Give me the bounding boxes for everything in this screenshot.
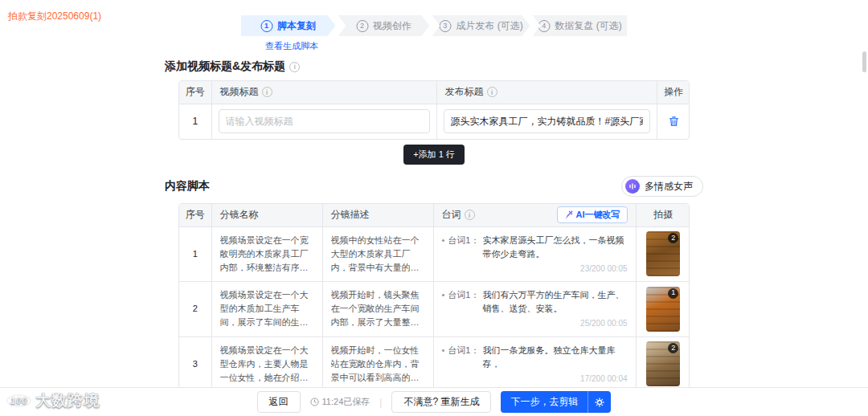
shot-desc-text: 视频开始时，一位女性站在宽敞的仓库内，背景中可以看到高高的天花板和摆列整齐的木制… bbox=[331, 344, 425, 385]
step-label: 成片发布 (可选) bbox=[456, 19, 522, 33]
voice-select-label: 多情感女声 bbox=[645, 180, 693, 194]
voice-icon bbox=[625, 179, 640, 194]
watermark-text: 大数跨境 bbox=[35, 390, 100, 411]
shot-name-text: 视频场景设定在一个宽敞明亮的木质家具工厂内部，环境整洁有序，光线充足。女性作为主… bbox=[220, 234, 314, 275]
shot-name-cell[interactable]: 视频场景设定在一个宽敞明亮的木质家具工厂内部，环境整洁有序，光线充足。女性作为主… bbox=[211, 226, 322, 282]
shot-name-cell[interactable]: 视频场景设定在一个大型的木质加工生产车间，展示了车间的生产环境、设备和布局。视频… bbox=[211, 282, 322, 337]
regenerate-button[interactable]: 不满意? 重新生成 bbox=[391, 391, 491, 413]
delete-row-button[interactable] bbox=[665, 112, 682, 130]
char-counter: 25/200 00:05 bbox=[442, 317, 628, 330]
info-icon[interactable]: i bbox=[465, 210, 475, 220]
step-label: 视频创作 bbox=[373, 19, 411, 33]
script-section-heading-text: 内容脚本 bbox=[165, 179, 210, 194]
stepper: 1 脚本复刻 2 视频创作 3 成片发布 (可选) 4 数据复盘 (可选) bbox=[241, 15, 628, 36]
publish-title-input[interactable] bbox=[444, 109, 650, 133]
bullet: • bbox=[442, 234, 445, 261]
row-index: 1 bbox=[179, 104, 211, 139]
col-header-index: 序号 bbox=[179, 204, 211, 226]
line-text: 我们有六万平方的生产车间，生产、销售、送货、安装。 bbox=[482, 288, 627, 316]
col-header-action: 操作 bbox=[657, 81, 690, 104]
shot-thumbnail[interactable]: 1 bbox=[646, 287, 680, 332]
autosave-status: 11:24已保存 bbox=[310, 396, 371, 408]
col-header-index: 序号 bbox=[179, 81, 211, 104]
step-publish[interactable]: 3 成片发布 (可选) bbox=[432, 15, 530, 36]
row-index: 2 bbox=[179, 282, 211, 337]
trash-icon bbox=[669, 116, 679, 127]
shot-thumbnail[interactable]: 2 bbox=[646, 231, 680, 276]
row-index: 3 bbox=[179, 336, 211, 387]
col-header-publish-title: 发布标题i bbox=[436, 81, 657, 104]
title-table-header-row: 序号 视频标题i 发布标题i 操作 bbox=[179, 81, 690, 104]
step-number: 1 bbox=[260, 20, 272, 32]
title-section-heading-text: 添加视频标题&发布标题 bbox=[165, 59, 285, 74]
main-content: 添加视频标题&发布标题 i 序号 视频标题i 发布标题i 操作 1 bbox=[0, 50, 868, 387]
step-label: 脚本复刻 bbox=[277, 19, 316, 33]
clock-icon bbox=[310, 398, 319, 406]
line-text: 我们一条龙服务。独立仓库大量库存， bbox=[482, 344, 627, 371]
info-icon[interactable]: i bbox=[487, 87, 497, 97]
shot-count-badge: 2 bbox=[668, 343, 678, 353]
shot-desc-text: 视频中的女性站在一个大型的木质家具工厂内，背景中有大量的木材堆叠和一些工业设备。… bbox=[331, 234, 425, 275]
next-step-label: 下一步，去剪辑 bbox=[501, 391, 588, 413]
lines-cell[interactable]: • 台词1： 我们一条龙服务。独立仓库大量库存， 17/200 00:04 bbox=[433, 336, 636, 387]
step-video-create[interactable]: 2 视频创作 bbox=[338, 15, 430, 36]
bullet: • bbox=[442, 288, 445, 316]
char-counter: 17/200 00:04 bbox=[442, 373, 628, 385]
script-section-heading: 内容脚本 bbox=[165, 179, 210, 194]
info-icon[interactable]: i bbox=[289, 62, 300, 72]
video-title-input[interactable] bbox=[219, 109, 430, 133]
shot-desc-cell[interactable]: 视频中的女性站在一个大型的木质家具工厂内，背景中有大量的木材堆叠和一些工业设备。… bbox=[322, 226, 433, 282]
col-header-shoot: 拍摄 bbox=[636, 204, 690, 226]
magic-wand-icon bbox=[564, 210, 573, 219]
lines-cell[interactable]: • 台词1： 我们有六万平方的生产车间，生产、销售、送货、安装。 25/200 … bbox=[433, 282, 636, 337]
back-button[interactable]: 返回 bbox=[257, 391, 301, 413]
watermark-logo: 100 bbox=[6, 394, 31, 407]
col-header-video-title-text: 视频标题 bbox=[220, 85, 259, 99]
step-script-replicate[interactable]: 1 脚本复刻 bbox=[241, 15, 336, 36]
scrollbar-thumb[interactable] bbox=[862, 51, 866, 72]
script-row-1: 1 视频场景设定在一个宽敞明亮的木质家具工厂内部，环境整洁有序，光线充足。女性作… bbox=[179, 226, 690, 282]
title-table-row: 1 bbox=[179, 104, 690, 139]
col-header-lines-text: 台词 bbox=[442, 208, 461, 222]
footer-divider: | bbox=[379, 397, 382, 408]
info-icon[interactable]: i bbox=[262, 87, 272, 97]
step-number: 3 bbox=[439, 20, 451, 32]
step-data-review[interactable]: 4 数据复盘 (可选) bbox=[533, 15, 628, 36]
settings-segment[interactable] bbox=[588, 391, 611, 413]
watermark: 100 大数跨境 bbox=[6, 390, 100, 411]
footer-bar: 返回 11:24已保存 | 不满意? 重新生成 下一步，去剪辑 bbox=[0, 387, 868, 416]
voice-select-button[interactable]: 多情感女声 bbox=[621, 176, 703, 197]
shot-count-badge: 2 bbox=[668, 233, 678, 243]
col-header-shot-desc: 分镜描述 bbox=[322, 204, 433, 226]
line-label: 台词1： bbox=[448, 234, 479, 261]
step-number: 4 bbox=[538, 20, 550, 32]
document-title: 拍款复刻20250609(1) bbox=[8, 10, 101, 23]
shot-desc-cell[interactable]: 视频开始时，镜头聚焦在一个宽敞的生产车间内部，展示了大量整齐堆放的木材和木板，显… bbox=[322, 282, 433, 337]
script-table-header-row: 序号 分镜名称 分镜描述 台词i AI一键改写 拍摄 bbox=[179, 204, 690, 226]
step-number: 2 bbox=[356, 20, 368, 32]
gear-icon bbox=[595, 398, 604, 407]
add-row-button[interactable]: +添加 1 行 bbox=[403, 145, 465, 165]
bullet: • bbox=[442, 344, 445, 371]
script-row-3: 3 视频场景设定在一个大型仓库内，主要人物是一位女性，她在介绍与展示仓库及其服务… bbox=[179, 336, 690, 387]
line-label: 台词1： bbox=[448, 288, 479, 316]
ai-rewrite-button[interactable]: AI一键改写 bbox=[557, 206, 628, 223]
shot-thumbnail[interactable]: 2 bbox=[646, 341, 680, 386]
line-label: 台词1： bbox=[448, 344, 479, 371]
shot-name-text: 视频场景设定在一个大型的木质加工生产车间，展示了车间的生产环境、设备和布局。视频… bbox=[220, 288, 314, 329]
next-step-button[interactable]: 下一步，去剪辑 bbox=[501, 391, 611, 413]
script-row-2: 2 视频场景设定在一个大型的木质加工生产车间，展示了车间的生产环境、设备和布局。… bbox=[179, 282, 690, 337]
shot-name-cell[interactable]: 视频场景设定在一个大型仓库内，主要人物是一位女性，她在介绍与展示仓库及其服务内容… bbox=[211, 336, 322, 387]
col-header-publish-title-text: 发布标题 bbox=[445, 85, 484, 99]
line-text: 实木家居源头工厂怎么找，一条视频带你少走弯路。 bbox=[482, 234, 627, 261]
top-bar: 拍款复刻20250609(1) 1 脚本复刻 2 视频创作 3 成片发布 (可选… bbox=[0, 0, 868, 50]
col-header-shot-name: 分镜名称 bbox=[211, 204, 322, 226]
title-table: 序号 视频标题i 发布标题i 操作 1 bbox=[178, 80, 690, 140]
char-counter: 23/200 00:05 bbox=[442, 263, 628, 275]
lines-cell[interactable]: • 台词1： 实木家居源头工厂怎么找，一条视频带你少走弯路。 23/200 00… bbox=[433, 226, 636, 282]
shot-desc-text: 视频开始时，镜头聚焦在一个宽敞的生产车间内部，展示了大量整齐堆放的木材和木板，显… bbox=[331, 288, 425, 329]
col-header-video-title: 视频标题i bbox=[211, 81, 436, 104]
autosave-text: 11:24已保存 bbox=[322, 396, 371, 408]
shot-desc-cell[interactable]: 视频开始时，一位女性站在宽敞的仓库内，背景中可以看到高高的天花板和摆列整齐的木制… bbox=[322, 336, 433, 387]
title-section-heading: 添加视频标题&发布标题 i bbox=[165, 59, 703, 74]
